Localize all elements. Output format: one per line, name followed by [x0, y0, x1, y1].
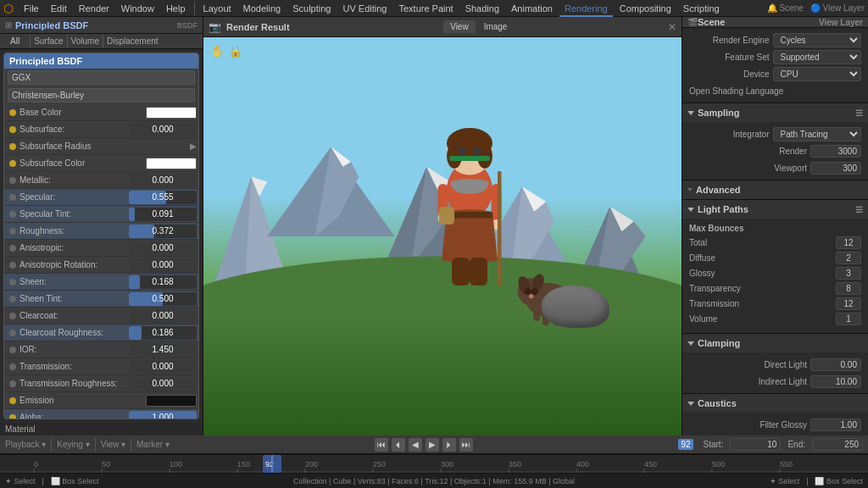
subsurface-value: 0.000: [132, 125, 193, 134]
menu-file[interactable]: File: [19, 0, 44, 17]
bounce-transmission-value[interactable]: 12: [836, 297, 861, 310]
light-paths-header[interactable]: Light Paths ☰: [682, 200, 868, 219]
menu-edit[interactable]: Edit: [46, 0, 72, 17]
render-samples-value[interactable]: 3000: [810, 145, 861, 158]
lock-icon[interactable]: 🔒: [228, 44, 242, 58]
bounce-volume-value[interactable]: 1: [836, 313, 861, 325]
sheen-tint-bar[interactable]: 0.500: [129, 292, 197, 306]
light-paths-menu[interactable]: ☰: [855, 205, 863, 214]
bsdf-title: Principled BSDF: [9, 56, 82, 66]
prev-frame-button[interactable]: ⏴: [392, 438, 405, 452]
bounce-transparency-value[interactable]: 8: [836, 282, 861, 295]
specular-bar[interactable]: 0.555: [129, 191, 197, 204]
ws-rendering[interactable]: Rendering: [559, 0, 613, 17]
roughness-label: Roughness:: [19, 226, 125, 236]
alpha-bar[interactable]: 1.000: [129, 411, 197, 419]
light-paths-section: Light Paths ☰ Max Bounces Total 12 Diffu…: [682, 200, 868, 334]
roughness-dot: [9, 228, 16, 235]
advanced-header[interactable]: Advanced: [682, 180, 868, 199]
caustics-header[interactable]: Caustics: [682, 394, 868, 413]
ws-uv-editing[interactable]: UV Editing: [337, 0, 392, 17]
svg-rect-33: [439, 207, 454, 225]
play-reverse-button[interactable]: ◀: [409, 438, 422, 452]
bounce-total-value[interactable]: 12: [836, 236, 861, 249]
render-viewport-icons: ✋ 🔒: [210, 44, 242, 58]
render-viewport[interactable]: ✋ 🔒: [203, 37, 682, 435]
clearcoat-field[interactable]: 0.000: [129, 309, 197, 323]
svg-point-22: [473, 147, 481, 155]
jump-end-button[interactable]: ⏭: [459, 438, 473, 452]
ws-layout[interactable]: Layout: [198, 0, 236, 17]
base-color-swatch[interactable]: [146, 107, 197, 119]
ws-texture-paint[interactable]: Texture Paint: [393, 0, 458, 17]
transmission-field[interactable]: 0.000: [129, 360, 197, 374]
specular-tint-bar[interactable]: 0.091: [129, 208, 197, 221]
bounce-glossy-value[interactable]: 3: [836, 267, 861, 280]
render-engine-label: Render Engine: [689, 36, 770, 45]
transmission-roughness-field[interactable]: 0.000: [129, 377, 197, 391]
ws-compositing[interactable]: Compositing: [615, 0, 676, 17]
filter-glossy-value[interactable]: 1.00: [810, 419, 861, 431]
ws-modeling[interactable]: Modeling: [238, 0, 287, 17]
max-bounces-table: Total 12 Diffuse 2 Glossy 3 Transparency…: [682, 235, 868, 330]
sampling-menu-icon[interactable]: ☰: [855, 108, 863, 118]
sampling-header[interactable]: Sampling ☰: [682, 103, 868, 122]
emission-swatch[interactable]: [146, 395, 197, 407]
clearcoat-label: Clearcoat:: [19, 311, 125, 320]
sampling-chevron: [687, 111, 694, 115]
ws-shading[interactable]: Shading: [460, 0, 504, 17]
ws-scripting[interactable]: Scripting: [678, 0, 725, 17]
integrator-dropdown[interactable]: Path Tracing: [773, 127, 862, 141]
device-label: Device: [689, 69, 770, 79]
next-frame-button[interactable]: ⏵: [442, 438, 456, 452]
anisotropic-field[interactable]: 0.000: [129, 241, 197, 255]
menu-window[interactable]: Window: [116, 0, 159, 17]
sep2: |: [806, 477, 808, 485]
subsurface-field[interactable]: 0.000: [129, 123, 197, 136]
render-close-icon[interactable]: ✕: [668, 21, 676, 33]
bounce-diffuse-value[interactable]: 2: [836, 252, 861, 264]
device-dropdown[interactable]: CPU: [773, 67, 862, 81]
mat-tab-view[interactable]: All: [3, 35, 26, 47]
ior-field[interactable]: 1.450: [129, 343, 197, 357]
render-tab-image[interactable]: Image: [477, 20, 515, 33]
render-tab-view[interactable]: View: [443, 20, 476, 33]
current-frame-value[interactable]: 92: [678, 439, 693, 450]
end-frame-value[interactable]: 250: [812, 438, 863, 451]
roughness-bar[interactable]: 0.372: [129, 225, 197, 238]
timeline-ruler: 0 50 100 150 92 92 200 250 300 350 400 4…: [0, 454, 868, 473]
sheen-bar[interactable]: 0.168: [129, 275, 197, 289]
right-properties-panel: 🎬 Scene View Layer Render Engine Cycles …: [682, 17, 868, 435]
clamping-header[interactable]: Clamping: [682, 334, 868, 352]
metallic-field[interactable]: 0.000: [129, 174, 197, 187]
hand-icon[interactable]: ✋: [210, 44, 225, 58]
menu-help[interactable]: Help: [161, 0, 191, 17]
prop-transmission: Transmission: 0.000: [4, 358, 198, 375]
feature-set-dropdown[interactable]: Supported: [773, 50, 862, 64]
direct-light-value[interactable]: 0.00: [810, 358, 861, 371]
jump-start-button[interactable]: ⏮: [375, 438, 388, 452]
indirect-light-value[interactable]: 10.00: [810, 375, 861, 388]
ws-sculpting[interactable]: Sculpting: [287, 0, 336, 17]
clearcoat-roughness-bar[interactable]: 0.186: [129, 326, 197, 340]
specular-tint-dot: [9, 211, 16, 218]
viewport-samples-value[interactable]: 300: [810, 162, 861, 175]
caustics-section: Caustics Filter Glossy 1.00 Reflective C…: [682, 394, 868, 435]
bsdf-color-model-dropdown[interactable]: Christensen-Burley: [8, 88, 195, 103]
start-frame-value[interactable]: 10: [730, 438, 781, 451]
menu-render[interactable]: Render: [74, 0, 114, 17]
node-displacement-label: Displacement: [107, 36, 159, 46]
ws-animation[interactable]: Animation: [506, 0, 558, 17]
svg-rect-32: [470, 258, 487, 286]
play-button[interactable]: ▶: [426, 438, 439, 452]
sheen-dot: [9, 279, 16, 286]
subsurface-color-swatch[interactable]: [146, 158, 197, 169]
anisotropic-rotation-field[interactable]: 0.000: [129, 258, 197, 272]
bounce-volume: Volume 1: [689, 311, 861, 326]
camera-icon: 📷: [209, 21, 221, 33]
render-tabs: View Image: [443, 20, 514, 33]
bsdf-distribution-dropdown[interactable]: GGX: [8, 70, 195, 85]
anisotropic-dot: [9, 245, 16, 252]
caustics-content: Filter Glossy 1.00 Reflective Caustics R…: [682, 413, 868, 435]
render-engine-dropdown[interactable]: Cycles: [773, 33, 862, 47]
